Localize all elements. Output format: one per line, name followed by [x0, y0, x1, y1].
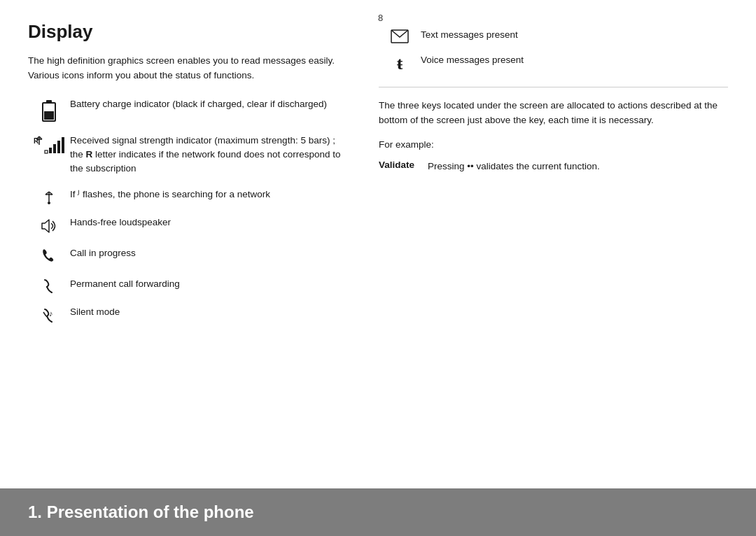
handsfree-text: Hands-free loudspeaker: [70, 216, 344, 230]
battery-text: Battery charge indicator (black if charg…: [70, 97, 344, 111]
envelope-row: Text messages present: [379, 28, 728, 43]
svg-rect-8: [45, 150, 48, 153]
forward-row: Permanent call forwarding: [28, 277, 344, 294]
signal-flash-icon-cell: [28, 188, 70, 204]
page-number: 8: [378, 13, 383, 23]
svg-rect-9: [49, 148, 52, 153]
call-icon-cell: [28, 246, 70, 266]
footer-title: 1. Presentation of the phone: [28, 502, 254, 522]
svg-line-19: [43, 312, 46, 316]
voicemail-symbol: ŧ: [397, 55, 403, 73]
voicemail-row: ŧ Voice messages present: [379, 53, 728, 73]
silent-icon-cell: ♪: [28, 305, 70, 325]
footer-bar: 1. Presentation of the phone: [0, 488, 756, 536]
for-example: For example:: [379, 138, 728, 153]
envelope-icon: [391, 29, 409, 43]
signal-icon: R: [34, 135, 64, 155]
silent-icon: ♪: [42, 306, 56, 325]
silent-row: ♪ Silent mode: [28, 305, 344, 325]
svg-rect-11: [57, 141, 60, 153]
antenna-flash-icon: [43, 189, 55, 204]
content-area: Display The high definition graphics scr…: [0, 0, 756, 488]
envelope-text: Text messages present: [421, 28, 728, 42]
validate-text: Pressing •• validates the current functi…: [428, 160, 600, 174]
page: 8 Display The high definition graphics s…: [0, 0, 756, 536]
call-row: Call in progress: [28, 246, 344, 266]
envelope-icon-cell: [379, 28, 421, 43]
battery-icon-cell: [28, 97, 70, 122]
battery-row: Battery charge indicator (black if charg…: [28, 97, 344, 122]
battery-icon: [41, 99, 57, 122]
signal-flash-text: If ᴶ flashes, the phone is searching for…: [70, 188, 344, 202]
svg-rect-2: [44, 111, 54, 120]
section-title: Display: [28, 21, 344, 43]
svg-rect-12: [62, 137, 64, 153]
handsfree-icon: [39, 217, 59, 235]
body-text: The three keys located under the screen …: [379, 99, 728, 128]
svg-rect-1: [46, 100, 52, 103]
voicemail-icon-cell: ŧ: [379, 53, 421, 73]
forward-icon-cell: [28, 277, 70, 294]
call-icon: [41, 248, 57, 266]
svg-marker-18: [42, 220, 49, 232]
signal-flash-row: If ᴶ flashes, the phone is searching for…: [28, 188, 344, 204]
validate-label: Validate: [379, 160, 428, 170]
signal-row: R Received signal: [28, 134, 344, 176]
right-column: Text messages present ŧ Voice messages p…: [365, 21, 728, 488]
silent-text: Silent mode: [70, 305, 344, 319]
signal-text: Received signal strength indicator (maxi…: [70, 134, 344, 176]
validate-row: Validate Pressing •• validates the curre…: [379, 160, 728, 174]
voicemail-text: Voice messages present: [421, 53, 728, 67]
divider: [379, 87, 728, 87]
signal-icon-cell: R: [28, 134, 70, 155]
svg-rect-10: [53, 144, 56, 153]
call-text: Call in progress: [70, 246, 344, 260]
forward-text: Permanent call forwarding: [70, 277, 344, 291]
svg-text:♪: ♪: [49, 309, 53, 318]
handsfree-row: Hands-free loudspeaker: [28, 216, 344, 235]
handsfree-icon-cell: [28, 216, 70, 235]
svg-text:R: R: [34, 137, 39, 145]
svg-point-17: [48, 202, 50, 204]
intro-text: The high definition graphics screen enab…: [28, 54, 344, 83]
left-column: Display The high definition graphics scr…: [28, 21, 365, 488]
forward-icon: [43, 278, 55, 294]
